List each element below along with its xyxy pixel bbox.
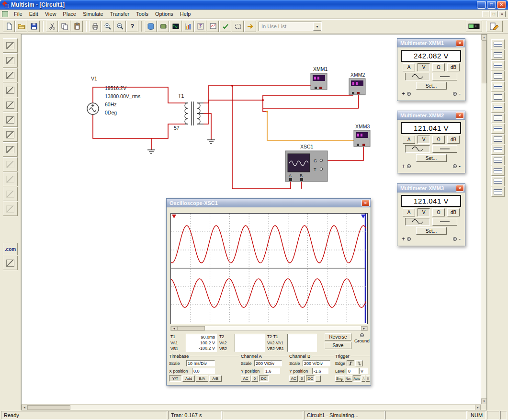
trigger-single-button[interactable]: Sing. [335,375,344,382]
channel-b-dc-button[interactable]: DC [306,375,315,382]
channel-a-yposition-field[interactable]: 1.6 [264,368,280,374]
plus-terminal-jack[interactable] [407,92,411,96]
copy-button[interactable] [58,21,70,32]
ampere-mode-button[interactable]: A [403,63,415,71]
basic-components-button[interactable] [3,53,18,68]
open-button[interactable] [15,21,27,32]
scroll-left-arrow[interactable]: ◄ [171,326,177,330]
ampere-mode-button[interactable]: A [403,136,415,144]
region-capture-button[interactable] [232,21,244,32]
wire[interactable] [93,114,185,138]
v1-ac-source[interactable] [87,103,99,114]
create-component-button[interactable] [157,21,169,32]
timebase-scale-field[interactable]: 10 ms/Div [186,360,215,366]
scope-scrollbar[interactable]: ◄ ► [170,326,368,331]
scrollbar-thumb[interactable] [177,326,205,330]
falling-edge-button[interactable] [355,360,363,366]
menu-file[interactable]: File [11,10,26,18]
canvas-horizontal-scrollbar[interactable]: ◄ ► [22,404,481,410]
circuit-document-icon[interactable] [2,11,8,17]
ab-mode-button[interactable]: A/B [209,375,222,382]
transistors-components-button[interactable] [3,83,18,97]
agilent-scope-instrument-button[interactable] [491,187,505,197]
mixed-components-button[interactable] [3,157,18,171]
new-button[interactable] [3,21,15,32]
rising-edge-button[interactable] [347,360,354,366]
trigger-auto-button[interactable]: Auto [353,375,361,382]
multimeter-xmm3-window[interactable]: Multimeter-XMM3 × 121.041 V A V Ω dB Set… [397,183,465,246]
channel-b-ac-button[interactable]: AC [289,375,298,382]
close-icon[interactable]: × [456,112,464,119]
trigger-level-field[interactable]: 0 [347,368,358,374]
logic-converter-instrument-button[interactable] [491,113,505,123]
menu-place[interactable]: Place [59,10,79,18]
plus-terminal-jack[interactable] [407,164,411,168]
menu-view[interactable]: View [42,10,60,18]
volt-mode-button[interactable]: V [418,208,430,216]
trigger-normal-button[interactable]: Nor. [345,375,352,382]
combo-dropdown-arrow[interactable]: ▼ [313,22,321,31]
multimeter-instrument-button[interactable] [491,39,505,49]
wire[interactable] [263,100,267,112]
volt-mode-button[interactable]: V [418,136,430,144]
volt-mode-button[interactable]: V [418,63,430,71]
wire[interactable] [203,91,353,124]
multimeter-xmm3-titlebar[interactable]: Multimeter-XMM3 × [397,184,465,193]
trigger-b-button[interactable]: B [366,375,370,382]
zoom-out-button[interactable] [114,21,126,32]
sources-components-button[interactable] [3,38,18,53]
analog-components-button[interactable] [3,98,18,112]
ac-mode-button[interactable] [405,145,430,153]
ground-jack[interactable] [360,333,364,337]
close-button[interactable]: × [497,1,506,9]
misc-components-button[interactable] [3,202,18,216]
back-annotate-button[interactable] [244,21,256,32]
reverse-button[interactable]: Reverse [325,333,351,341]
analyses-button[interactable] [182,21,194,32]
channel-b-yposition-field[interactable]: -1.6 [312,368,328,374]
ac-mode-button[interactable] [405,218,430,226]
menu-simulate[interactable]: Simulate [79,10,107,18]
print-button[interactable] [89,21,101,32]
multimeter-xmm2-window[interactable]: Multimeter-XMM2 × 121.041 V A V Ω dB Set… [397,111,465,173]
scrollbar-thumb[interactable] [27,405,70,410]
scroll-up-arrow[interactable]: ▲ [481,34,487,40]
minimize-button[interactable]: _ [477,1,486,9]
frequency-counter-instrument-button[interactable] [491,166,505,176]
ohm-mode-button[interactable]: Ω [432,63,445,71]
xmm1-multimeter-icon[interactable] [311,73,327,90]
paste-button[interactable] [71,21,83,32]
function-generator-instrument-button[interactable] [491,50,505,60]
spectrum-analyzer-instrument-button[interactable] [491,134,505,144]
ohm-mode-button[interactable]: Ω [432,136,445,144]
multimeter-xmm1-window[interactable]: Multimeter-XMM1 × 242.082 V A V Ω dB Set… [397,38,465,101]
in-use-list-combo[interactable]: In Use List ▼ [259,22,322,31]
component-editor-button[interactable] [3,256,18,270]
dc-mode-button[interactable] [432,73,457,80]
canvas-vertical-scrollbar[interactable]: ▲ ▼ [481,34,486,404]
cmos-components-button[interactable] [3,127,18,142]
minus-terminal-jack[interactable] [453,92,457,96]
oscilloscope-titlebar[interactable]: Oscilloscope-XSC1 × [167,199,371,207]
channel-a-dc-button[interactable]: DC [259,375,269,382]
ground-symbol[interactable] [147,150,155,154]
grapher-button[interactable] [207,21,219,32]
distortion-analyzer-instrument-button[interactable] [491,124,505,134]
close-icon[interactable]: × [456,40,464,46]
zoom-in-button[interactable] [102,21,113,32]
trigger-level-unit[interactable]: V [359,368,368,374]
ac-mode-button[interactable] [405,73,430,80]
ba-mode-button[interactable]: B/A [196,375,208,382]
menu-tools[interactable]: Tools [133,10,152,18]
iv-analyzer-instrument-button[interactable] [491,176,505,186]
menu-options[interactable]: Options [152,10,177,18]
scrollbar-thumb[interactable] [482,40,486,83]
channel-b-zero-button[interactable]: 0 [299,375,305,382]
save-button[interactable] [28,21,40,32]
menu-transfer[interactable]: Transfer [107,10,133,18]
timebase-xposition-field[interactable]: 0.0 [192,368,215,374]
t1-transformer[interactable] [185,102,203,125]
menu-help[interactable]: Help [177,10,194,18]
network-analyzer-instrument-button[interactable] [491,145,505,155]
xmm2-multimeter-icon[interactable] [349,79,365,95]
